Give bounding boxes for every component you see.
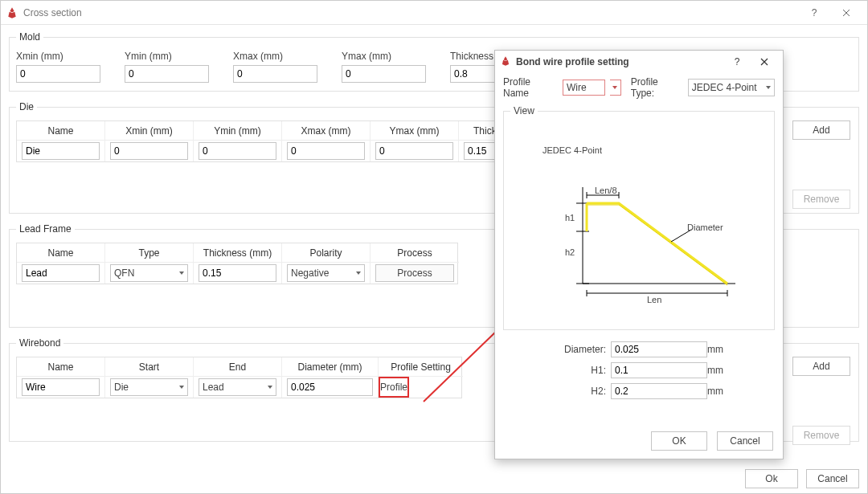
dialog-app-icon	[500, 55, 511, 69]
dialog-titlebar: Bond wire profile setting ?	[495, 51, 783, 73]
titlebar: Cross section	[1, 1, 867, 25]
wb-h-end: End	[194, 357, 282, 377]
die-name-input[interactable]	[22, 142, 100, 160]
wirebond-legend: Wirebond	[16, 337, 63, 349]
mold-xmax-label: Xmax (mm)	[233, 51, 317, 62]
lf-type-combo[interactable]: QFN	[110, 264, 188, 282]
die-row	[17, 141, 530, 161]
leadframe-header-row: Name Type Thickness (mm) Polarity Proces…	[17, 243, 457, 263]
wb-end-combo[interactable]: Lead	[199, 378, 276, 396]
lf-h-polarity: Polarity	[282, 243, 371, 263]
lf-h-name: Name	[17, 243, 105, 263]
die-remove-button[interactable]: Remove	[792, 190, 850, 209]
wirebond-row: Die Lead Profile	[17, 377, 461, 398]
ok-button[interactable]: Ok	[745, 469, 798, 488]
diagram-diameter-label: Diameter	[687, 223, 723, 232]
die-h-ymin: Ymin (mm)	[194, 121, 282, 141]
h1-label: H1:	[547, 365, 611, 376]
close-button[interactable]	[830, 1, 862, 25]
dialog-cancel-button[interactable]: Cancel	[717, 431, 773, 451]
profile-name-caret[interactable]	[610, 80, 621, 96]
diagram-len-label: Len	[647, 295, 661, 304]
wirebond-add-button[interactable]: Add	[792, 357, 850, 376]
mold-xmax-input[interactable]	[233, 65, 317, 83]
leadframe-row: QFN Negative Process	[17, 263, 457, 284]
view-box: View JEDEC 4-Point	[503, 105, 775, 330]
footer-buttons: Ok Cancel	[745, 469, 859, 488]
wb-profile-button[interactable]: Profile	[379, 377, 409, 398]
lf-name-input[interactable]	[22, 264, 100, 282]
h2-label: H2:	[547, 386, 611, 397]
h2-input[interactable]	[611, 383, 707, 399]
view-legend: View	[510, 105, 538, 116]
die-h-ymax: Ymax (mm)	[371, 121, 459, 141]
cancel-button[interactable]: Cancel	[806, 469, 859, 488]
die-xmax-input[interactable]	[287, 142, 365, 160]
wb-h-profile: Profile Setting	[379, 357, 463, 377]
wb-start-combo[interactable]: Die	[110, 378, 188, 396]
mold-ymax-label: Ymax (mm)	[342, 51, 426, 62]
mold-xmin-input[interactable]	[16, 65, 100, 83]
lf-h-type: Type	[105, 243, 194, 263]
h1-unit: mm	[707, 365, 731, 376]
die-xmin-input[interactable]	[110, 142, 188, 160]
wb-name-input[interactable]	[22, 378, 100, 396]
profile-type-label: Profile Type:	[631, 76, 683, 99]
mold-ymin-label: Ymin (mm)	[125, 51, 209, 62]
help-button[interactable]	[798, 1, 830, 25]
lf-polarity-value: Negative	[291, 267, 329, 279]
bond-wire-profile-dialog: Bond wire profile setting ? Profile Name…	[494, 50, 784, 459]
profile-type-combo[interactable]: JEDEC 4-Point	[688, 79, 775, 96]
diameter-label: Diameter:	[547, 344, 611, 355]
wb-h-start: Start	[105, 357, 194, 377]
profile-name-value: Wire	[567, 82, 587, 93]
wb-diameter-input[interactable]	[287, 378, 373, 396]
dialog-ok-button[interactable]: OK	[651, 431, 707, 451]
mold-ymax-input[interactable]	[342, 65, 426, 83]
dialog-help-button[interactable]: ?	[723, 51, 751, 73]
lf-process-label: Process	[397, 267, 432, 279]
die-ymax-input[interactable]	[375, 142, 453, 160]
h1-input[interactable]	[611, 362, 707, 378]
leadframe-legend: Lead Frame	[16, 223, 75, 235]
lf-type-value: QFN	[114, 267, 134, 279]
die-ymin-input[interactable]	[199, 142, 276, 160]
diagram-title: JEDEC 4-Point	[542, 145, 602, 155]
dialog-title: Bond wire profile setting	[516, 56, 629, 67]
die-h-xmax: Xmax (mm)	[282, 121, 371, 141]
mold-legend: Mold	[16, 31, 43, 43]
mold-xmin-label: Xmin (mm)	[16, 51, 100, 62]
profile-type-value: JEDEC 4-Point	[692, 82, 757, 93]
window-title: Cross section	[23, 7, 82, 18]
lf-polarity-combo[interactable]: Negative	[287, 264, 365, 282]
wb-profile-label: Profile	[380, 382, 407, 393]
mold-ymin-input[interactable]	[125, 65, 209, 83]
app-icon	[6, 6, 18, 19]
wb-h-name: Name	[17, 357, 105, 377]
die-legend: Die	[16, 101, 37, 112]
lf-process-button[interactable]: Process	[375, 264, 454, 282]
diagram-h1-label: h1	[565, 213, 575, 223]
h2-unit: mm	[707, 386, 731, 397]
die-h-xmin: Xmin (mm)	[105, 121, 194, 141]
dialog-close-button[interactable]	[751, 51, 778, 73]
dialog-params: Diameter: mm H1: mm H2: mm	[503, 341, 775, 399]
diagram-h2-label: h2	[565, 247, 575, 257]
lf-thickness-input[interactable]	[199, 264, 276, 282]
profile-name-combo[interactable]: Wire	[563, 80, 605, 96]
die-header-row: Name Xmin (mm) Ymin (mm) Xmax (mm) Ymax …	[17, 121, 530, 141]
diameter-input[interactable]	[611, 341, 707, 357]
wb-h-diameter: Diameter (mm)	[282, 357, 379, 377]
diameter-unit: mm	[707, 344, 731, 355]
die-add-button[interactable]: Add	[792, 120, 850, 140]
profile-name-label: Profile Name	[503, 76, 558, 99]
lf-h-thickness: Thickness (mm)	[194, 243, 282, 263]
lf-h-process: Process	[371, 243, 459, 263]
diagram-len8-label: Len/8	[595, 186, 617, 195]
wb-start-value: Die	[114, 382, 129, 393]
wb-end-value: Lead	[203, 382, 224, 393]
wirebond-remove-button[interactable]: Remove	[792, 426, 850, 445]
die-h-name: Name	[17, 121, 105, 141]
wirebond-header-row: Name Start End Diameter (mm) Profile Set…	[17, 357, 461, 377]
